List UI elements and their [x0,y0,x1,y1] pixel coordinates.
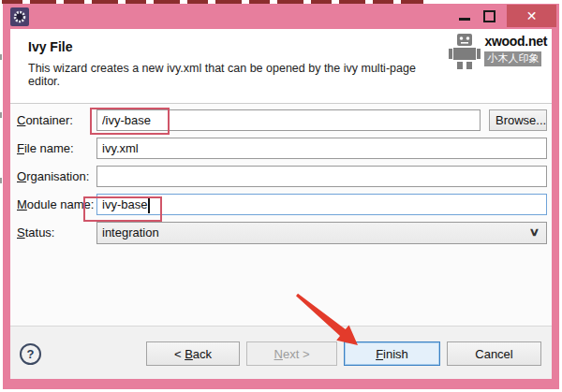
background-text-fragment [0,54,2,60]
button-bar: ? < Back Next > Finish Cancel [10,326,552,379]
robot-icon [448,34,481,70]
close-button[interactable]: ✕ [507,5,556,27]
finish-button[interactable]: Finish [344,341,440,366]
organisation-row: Organisation: [17,166,547,187]
wizard-description: This wizard creates a new ivy.xml that c… [28,62,425,88]
file-name-label: File name: [17,141,96,155]
container-label: Container: [17,113,96,127]
back-button[interactable]: < Back [146,341,240,366]
organisation-input[interactable] [96,166,547,187]
status-row: Status: integration ∨ [17,222,547,243]
module-name-input[interactable] [96,194,547,215]
background-text-fragment [0,112,2,118]
titlebar[interactable]: ✕ [3,4,559,29]
module-name-label: Module name: [17,197,96,211]
eclipse-gear-icon [10,7,29,26]
background-text-fragment [0,178,2,183]
brand-caption: 小木人印象 [484,51,541,66]
cancel-button[interactable]: Cancel [447,341,541,366]
status-label: Status: [17,225,96,240]
module-name-row: Module name: [17,194,547,215]
close-icon: ✕ [526,8,538,23]
wizard-dialog: ✕ Ivy File This wizard creates a new ivy… [3,4,559,389]
organisation-label: Organisation: [17,169,96,183]
dialog-content: Ivy File This wizard creates a new ivy.x… [10,29,552,379]
wizard-header: Ivy File This wizard creates a new ivy.x… [10,29,552,104]
maximize-button[interactable] [478,4,502,29]
status-selected-value: integration [102,225,159,240]
xwood-watermark: xwood.net 小木人印象 [448,34,547,70]
file-name-input[interactable] [96,138,547,159]
container-input[interactable] [96,109,481,131]
next-button[interactable]: Next > [246,341,337,366]
browse-button[interactable]: Browse... [489,109,547,131]
container-row: Container: Browse... [17,109,547,131]
status-select[interactable]: integration ∨ [96,222,547,244]
help-button[interactable]: ? [20,343,41,365]
chevron-down-icon: ∨ [529,225,540,239]
file-name-row: File name: [17,138,547,159]
brand-text: xwood.net [484,34,547,49]
wizard-form: Container: Browse... File name: Organisa… [10,104,552,326]
minimize-button[interactable] [453,4,478,29]
